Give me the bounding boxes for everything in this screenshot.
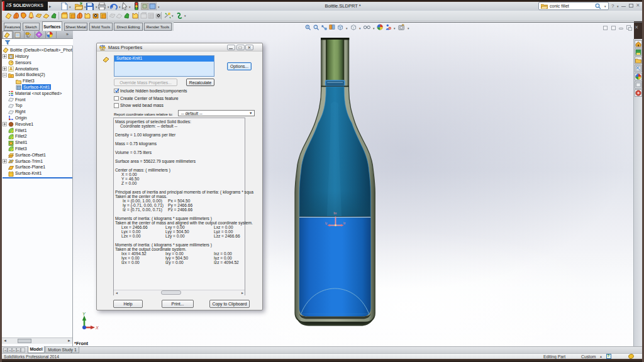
svg-text:ly: ly: [325, 222, 328, 225]
svg-text:X: X: [95, 326, 99, 330]
svg-text:Y: Y: [82, 312, 86, 316]
svg-text:lz: lz: [343, 222, 346, 225]
svg-text:A: A: [9, 67, 13, 71]
svg-text:bx: bx: [334, 212, 338, 215]
